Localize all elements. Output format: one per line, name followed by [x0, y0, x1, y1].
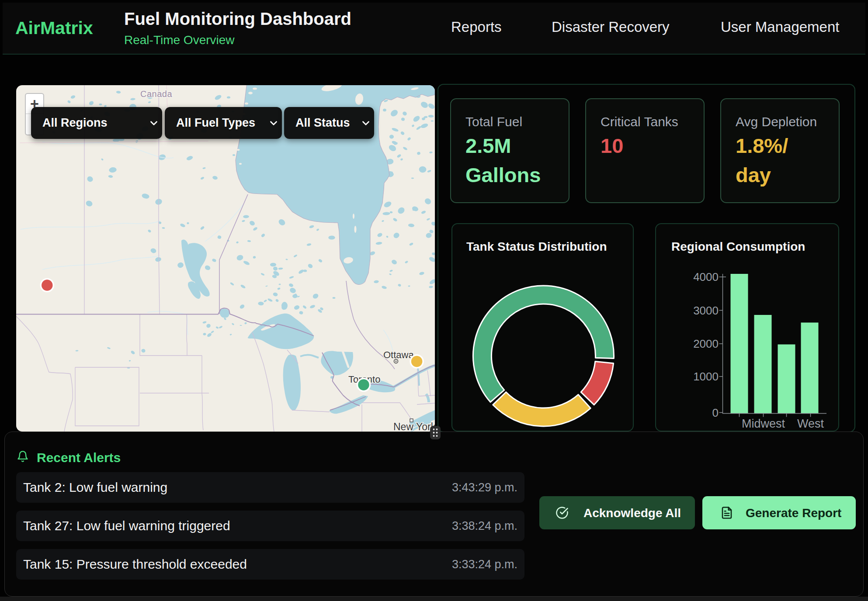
svg-text:0: 0 [712, 406, 719, 419]
svg-text:West: West [797, 417, 824, 430]
svg-text:Ottawa: Ottawa [383, 349, 414, 360]
svg-text:New York: New York [393, 421, 435, 432]
svg-text:Canada: Canada [140, 89, 172, 99]
svg-text:Midwest: Midwest [742, 417, 785, 430]
svg-text:1000: 1000 [693, 370, 719, 383]
svg-text:2000: 2000 [693, 337, 719, 350]
svg-text:4000: 4000 [693, 270, 719, 283]
svg-text:3000: 3000 [693, 304, 719, 317]
